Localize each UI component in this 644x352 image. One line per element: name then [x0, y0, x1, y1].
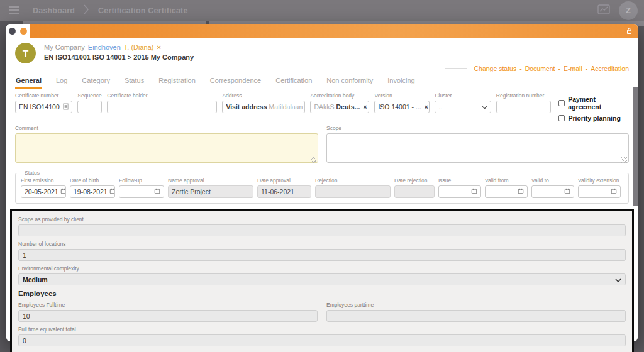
- number-of-locations-label: Number of locations: [18, 241, 626, 247]
- registration-number-label: Registration number: [496, 92, 552, 99]
- rejection-field: [315, 185, 391, 198]
- tab-correspondence[interactable]: Correspondence: [209, 75, 262, 89]
- resize-grip-icon[interactable]: [621, 157, 627, 163]
- tab-status[interactable]: Status: [124, 75, 145, 89]
- document-icon[interactable]: [63, 103, 69, 111]
- clear-accreditation-icon[interactable]: ×: [363, 104, 367, 111]
- tab-bar: General Log Category Status Registration…: [15, 75, 629, 89]
- change-status-link[interactable]: Change status: [474, 65, 516, 72]
- payment-agreement-label: Payment agreement: [568, 96, 629, 111]
- document-link[interactable]: Document: [525, 65, 555, 72]
- number-of-locations-field[interactable]: 1: [18, 249, 626, 261]
- tab-invoicing[interactable]: Invoicing: [387, 75, 415, 89]
- validity-extension-date-field[interactable]: [578, 185, 621, 198]
- certificate-title: EN ISO141001 ISO 14001 > 2015 My Company: [44, 53, 194, 61]
- lock-icon[interactable]: [626, 26, 632, 37]
- version-label: Version: [374, 92, 430, 99]
- priority-planning-checkbox[interactable]: [558, 115, 565, 121]
- date-of-birth-value: 19-08-2021: [74, 188, 108, 195]
- certificate-modal: T My Company Eindhoven T. (Diana) × EN I…: [6, 24, 638, 341]
- comment-textarea[interactable]: [15, 133, 318, 163]
- tab-log[interactable]: Log: [55, 75, 68, 89]
- certificate-holder-input[interactable]: [107, 101, 217, 113]
- email-link[interactable]: E-mail: [564, 65, 582, 72]
- fte-total-value: 0: [23, 337, 26, 344]
- tab-registration[interactable]: Registration: [158, 75, 196, 89]
- resize-grip-icon[interactable]: [311, 157, 316, 163]
- date-of-birth-label: Date of birth: [70, 177, 115, 184]
- hamburger-menu-icon[interactable]: [9, 5, 19, 16]
- company-avatar[interactable]: T: [15, 43, 36, 63]
- payment-agreement-checkbox[interactable]: [558, 100, 565, 106]
- name-approval-label: Name approval: [168, 177, 253, 184]
- tab-category[interactable]: Category: [81, 75, 111, 89]
- date-approval-label: Date approval: [257, 177, 311, 184]
- environmental-complexity-select[interactable]: Medium: [18, 273, 626, 285]
- calendar-icon: [154, 188, 160, 195]
- tab-non-conformity[interactable]: Non conformity: [326, 75, 374, 89]
- divider-line: [445, 68, 467, 69]
- city-link[interactable]: Eindhoven: [88, 43, 121, 51]
- address-type: Visit address: [226, 103, 267, 111]
- status-dot-dark: [9, 28, 16, 35]
- app-topbar: Dashboard Certification Certificate Z: [0, 0, 644, 21]
- window-status-dots: [6, 24, 30, 38]
- sequence-input[interactable]: [77, 101, 102, 113]
- calendar-icon: [564, 188, 570, 195]
- employees-parttime-label: Employees parttime: [326, 302, 626, 308]
- cluster-value: ..: [438, 103, 479, 111]
- status-dot-orange: [20, 28, 27, 35]
- fte-total-label: Full time equivalent total: [18, 326, 626, 333]
- company-name: My Company: [44, 43, 85, 51]
- version-value: ISO 14001 - ...: [378, 103, 421, 111]
- accreditation-body-field[interactable]: DAkkS Deuts... ×: [310, 101, 369, 113]
- tab-general[interactable]: General: [15, 75, 42, 89]
- remove-contact-icon[interactable]: ×: [157, 43, 160, 51]
- address-select[interactable]: Visit address Matildalaan ...: [222, 101, 305, 113]
- scope-client-label: Scope as provided by client: [18, 216, 626, 223]
- certificate-number-label: Certificate number: [15, 92, 72, 99]
- date-approval-field: 11-06-2021: [257, 185, 311, 198]
- accreditation-prefix: DAkkS: [314, 103, 334, 111]
- number-of-locations-value: 1: [23, 251, 26, 259]
- valid-to-date-field[interactable]: [531, 185, 574, 198]
- chevron-down-icon: [615, 276, 621, 283]
- issue-date-field[interactable]: [438, 185, 481, 198]
- calendar-icon: [518, 188, 524, 195]
- valid-from-date-field[interactable]: [485, 185, 528, 198]
- first-emission-date-field[interactable]: 20-05-2021: [21, 185, 66, 198]
- date-rejection-field: [394, 185, 435, 198]
- issue-label: Issue: [438, 177, 481, 184]
- cluster-select[interactable]: ..: [435, 101, 491, 113]
- certificate-number-field[interactable]: EN ISO14100: [15, 101, 72, 113]
- registration-number-input[interactable]: [496, 101, 552, 113]
- user-avatar[interactable]: Z: [619, 1, 638, 20]
- version-field[interactable]: ISO 14001 - ... ×: [374, 101, 430, 113]
- employees-parttime-field[interactable]: [326, 310, 626, 322]
- address-label: Address: [222, 92, 305, 99]
- date-of-birth-field[interactable]: 19-08-2021: [70, 185, 115, 198]
- contact-link[interactable]: T. (Diana): [124, 43, 154, 51]
- environmental-complexity-label: Environmental complexity: [18, 265, 626, 272]
- scope-client-field[interactable]: [18, 224, 626, 236]
- employees-fulltime-field[interactable]: 10: [18, 310, 318, 322]
- client-details-panel: Scope as provided by client Number of lo…: [10, 209, 634, 352]
- follow-up-date-field[interactable]: [119, 185, 164, 198]
- priority-planning-label: Priority planning: [568, 114, 620, 122]
- payment-agreement-checkbox-row: Payment agreement: [558, 96, 629, 111]
- breadcrumb-chevron-icon: [84, 4, 89, 17]
- valid-to-label: Valid to: [531, 177, 574, 184]
- scope-textarea[interactable]: [326, 133, 629, 163]
- scrollbar-thumb[interactable]: [633, 87, 638, 206]
- priority-planning-checkbox-row: Priority planning: [558, 114, 629, 122]
- first-emission-label: First emission: [21, 177, 66, 184]
- tab-certification[interactable]: Certification: [275, 75, 313, 89]
- analytics-icon[interactable]: [597, 4, 610, 17]
- fte-total-field[interactable]: 0: [18, 334, 626, 346]
- breadcrumb-dashboard[interactable]: Dashboard: [33, 6, 75, 15]
- clear-version-icon[interactable]: ×: [425, 104, 428, 111]
- accreditation-link[interactable]: Accreditation: [591, 65, 629, 72]
- accreditation-body-label: Accreditation body: [310, 92, 369, 99]
- status-legend: Status: [22, 170, 42, 176]
- validity-extension-label: Validity extension: [578, 177, 621, 184]
